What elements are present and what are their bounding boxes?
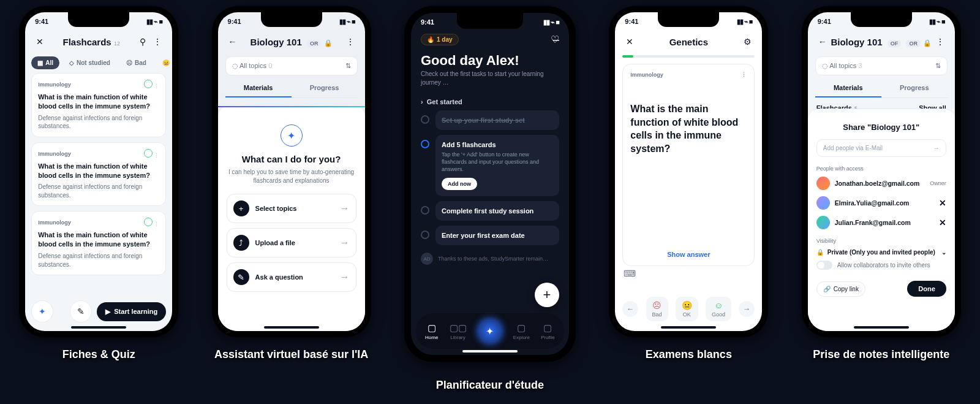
home-indicator bbox=[854, 326, 909, 329]
done-button[interactable]: Done bbox=[907, 281, 946, 297]
smile-icon bbox=[144, 80, 153, 88]
phone-share: 9:41▮▮ ⌁ ■ ← Biology 101 OF OR 🔒 ⋮ ◌ All… bbox=[802, 6, 961, 361]
link-icon: 🔗 bbox=[823, 286, 831, 292]
flashcard[interactable]: Immunology ⋮ What is the main function o… bbox=[31, 211, 166, 275]
step-setup[interactable]: Set up your first study set bbox=[421, 110, 559, 130]
phone-planner: 9:41▮▮ ⌁ ■ 🔥 1 day ♡̶ Good day Alex! Che… bbox=[404, 6, 576, 392]
option-ask-question[interactable]: ✎Ask a question→ bbox=[227, 262, 356, 292]
topic-selector[interactable]: ◌ All topics 3 ⇅ bbox=[815, 56, 948, 75]
option-upload-file[interactable]: ⤴Upload a file→ bbox=[227, 228, 356, 257]
visibility-label: Visibility bbox=[816, 238, 946, 244]
chip-all[interactable]: ▦ All bbox=[31, 56, 59, 69]
bottom-nav: ▢Home ▢▢Library ✦ ▢Explore ▢Profile bbox=[416, 313, 564, 349]
email-input[interactable]: Add people via E-Mail→ bbox=[816, 139, 946, 157]
nav-ai[interactable]: ✦ bbox=[478, 319, 502, 343]
question-card[interactable]: Immunology⋮ What is the main function of… bbox=[622, 64, 755, 266]
bell-icon[interactable]: ♡̶ bbox=[551, 34, 559, 45]
keyboard-icon[interactable]: ⌨ bbox=[624, 269, 636, 278]
chevron-updown-icon: ⇅ bbox=[935, 62, 941, 70]
back-icon[interactable]: ← bbox=[815, 34, 830, 49]
lock-icon: 🔒 bbox=[923, 39, 932, 47]
share-sheet: Share "Biology 101" Add people via E-Mai… bbox=[808, 109, 955, 331]
nav-home[interactable]: ▢Home bbox=[425, 322, 438, 340]
more-icon[interactable]: ⋮ bbox=[741, 72, 747, 78]
person-row: Julian.Frank@gmail.com✕ bbox=[816, 216, 946, 229]
add-now-button[interactable]: Add now bbox=[442, 178, 477, 190]
more-icon[interactable]: ⋮ bbox=[343, 34, 358, 49]
book-icon: ▢ bbox=[428, 322, 436, 333]
pencil-icon: ✎ bbox=[233, 269, 249, 285]
ai-bottom-sheet: ✦ What can I do for you? I can help you … bbox=[218, 106, 365, 331]
nav-profile[interactable]: ▢Profile bbox=[541, 322, 555, 340]
caption: Prise de notes intelligente bbox=[813, 348, 949, 361]
home-indicator bbox=[264, 326, 319, 329]
submit-icon[interactable]: → bbox=[933, 145, 940, 151]
greeting: Good day Alex! bbox=[411, 48, 569, 70]
tab-materials[interactable]: Materials bbox=[225, 79, 292, 97]
lock-icon: 🔒 bbox=[816, 249, 824, 256]
back-icon[interactable]: ← bbox=[225, 34, 240, 49]
share-title: Share "Biology 101" bbox=[816, 123, 946, 132]
subtitle: Check out the first tasks to start your … bbox=[411, 70, 569, 93]
chip-bad[interactable]: ☹ Bad bbox=[120, 56, 153, 69]
streak-badge[interactable]: 🔥 1 day bbox=[421, 34, 459, 45]
more-icon[interactable]: ⋮ bbox=[150, 34, 165, 49]
filter-icon[interactable]: ⚲ bbox=[135, 34, 150, 49]
prev-button[interactable]: ← bbox=[622, 301, 638, 317]
home-indicator bbox=[661, 326, 716, 329]
step-add-flashcards[interactable]: Add 5 flashcards Tap the '+ Add' button … bbox=[421, 135, 559, 196]
nav-library[interactable]: ▢▢Library bbox=[450, 322, 467, 340]
start-learning-button[interactable]: ▶ Start learning bbox=[97, 302, 166, 321]
caption: Assistant virtuel basé sur l'IA bbox=[214, 348, 368, 361]
progress-bar bbox=[622, 55, 755, 58]
remove-icon[interactable]: ✕ bbox=[939, 198, 946, 208]
sparkle-icon: ✦ bbox=[281, 124, 303, 147]
tab-progress[interactable]: Progress bbox=[292, 79, 358, 97]
home-indicator bbox=[462, 350, 518, 353]
rate-bad[interactable]: ☹Bad bbox=[646, 297, 668, 321]
lock-icon: 🔒 bbox=[324, 39, 333, 47]
flashcard[interactable]: Immunology ⋮ What is the main function o… bbox=[31, 142, 166, 207]
chevron-updown-icon: ⇅ bbox=[345, 62, 351, 70]
phone-flashcards: 9:41▮▮ ⌁ ■ ✕ Flashcards 12 ⚲ ⋮ ▦ All ◇ N… bbox=[19, 6, 178, 361]
close-icon[interactable]: ✕ bbox=[622, 34, 637, 49]
question-text: What is the main function of white blood… bbox=[630, 102, 747, 155]
page-title: Genetics bbox=[637, 37, 740, 47]
flashcard[interactable]: Immunology ⋮ What is the main function o… bbox=[31, 73, 166, 137]
step-exam-date[interactable]: Enter your first exam date bbox=[421, 226, 559, 245]
explore-icon: ▢ bbox=[517, 322, 526, 333]
copy-link-button[interactable]: 🔗Copy link bbox=[816, 281, 865, 297]
phone-ai-assistant: 9:41▮▮ ⌁ ■ ← Biology 101 OR 🔒 ⋮ ◌ All to… bbox=[212, 6, 371, 361]
option-select-topics[interactable]: +Select topics→ bbox=[227, 194, 356, 223]
gear-icon[interactable]: ⚙ bbox=[740, 34, 755, 49]
chip-ok[interactable]: 😐 Ok bbox=[156, 56, 172, 69]
tab-materials[interactable]: Materials bbox=[815, 79, 881, 97]
rate-good[interactable]: ☺Good bbox=[706, 297, 731, 321]
tab-progress[interactable]: Progress bbox=[881, 79, 948, 97]
page-title: Biology 101 bbox=[831, 37, 882, 47]
ad-banner[interactable]: ADThanks to these ads, StudySmarter rema… bbox=[411, 250, 569, 267]
toggle[interactable] bbox=[816, 261, 832, 270]
upload-icon: ⤴ bbox=[233, 235, 249, 251]
arrow-right-icon: → bbox=[340, 203, 350, 214]
next-button[interactable]: → bbox=[739, 301, 755, 317]
edit-icon[interactable]: ✎ bbox=[70, 300, 92, 322]
access-label: People with access bbox=[816, 166, 946, 172]
more-icon[interactable]: ⋮ bbox=[933, 34, 948, 49]
step-complete-session[interactable]: Complete first study session bbox=[421, 201, 559, 221]
show-answer-button[interactable]: Show answer bbox=[630, 251, 747, 258]
close-icon[interactable]: ✕ bbox=[32, 34, 47, 49]
rate-ok[interactable]: 😐OK bbox=[676, 297, 698, 321]
fab-add[interactable]: + bbox=[535, 283, 559, 307]
nav-explore[interactable]: ▢Explore bbox=[513, 322, 530, 340]
library-icon: ▢▢ bbox=[450, 322, 467, 333]
allow-toggle-row[interactable]: Allow collaborators to invite others bbox=[816, 261, 946, 270]
remove-icon[interactable]: ✕ bbox=[939, 218, 946, 227]
chip-not-studied[interactable]: ◇ Not studied bbox=[63, 56, 116, 69]
page-title: Flashcards bbox=[62, 37, 111, 47]
topic-selector[interactable]: ◌ All topics 0 ⇅ bbox=[225, 56, 358, 75]
person-row: Elmira.Yulia@gmail.com✕ bbox=[816, 196, 946, 210]
section-get-started[interactable]: › Get started bbox=[411, 93, 569, 110]
ai-sparkle-icon[interactable]: ✦ bbox=[31, 300, 53, 322]
visibility-selector[interactable]: 🔒Private (Only you and invited people)⌄ bbox=[816, 249, 946, 256]
